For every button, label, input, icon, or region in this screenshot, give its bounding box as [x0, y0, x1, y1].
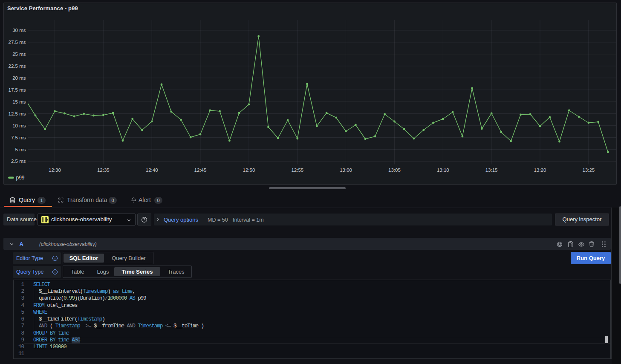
svg-text:25 ms: 25 ms: [12, 52, 26, 57]
svg-text:12:45: 12:45: [194, 168, 207, 173]
svg-text:20 ms: 20 ms: [12, 75, 26, 81]
svg-text:2.5 ms: 2.5 ms: [11, 159, 26, 164]
svg-text:30 ms: 30 ms: [12, 28, 26, 33]
svg-text:5 ms: 5 ms: [15, 147, 26, 152]
svg-text:15 ms: 15 ms: [12, 99, 26, 104]
svg-text:13:05: 13:05: [388, 168, 401, 173]
svg-text:12.5 ms: 12.5 ms: [9, 111, 26, 116]
svg-text:12:50: 12:50: [243, 168, 255, 173]
svg-text:17.5 ms: 17.5 ms: [9, 87, 26, 92]
svg-text:12:55: 12:55: [291, 168, 303, 173]
svg-text:27.5 ms: 27.5 ms: [9, 40, 26, 45]
svg-text:12:40: 12:40: [146, 168, 158, 173]
svg-text:13:10: 13:10: [437, 168, 449, 173]
svg-text:13:25: 13:25: [582, 168, 595, 173]
svg-text:p99: p99: [16, 175, 25, 181]
svg-text:13:15: 13:15: [485, 168, 498, 173]
svg-text:13:20: 13:20: [534, 168, 546, 173]
svg-text:13:00: 13:00: [340, 168, 352, 173]
svg-text:12:35: 12:35: [97, 168, 110, 173]
svg-text:12:30: 12:30: [49, 168, 61, 173]
svg-text:10 ms: 10 ms: [12, 123, 26, 128]
svg-text:7.5 ms: 7.5 ms: [11, 135, 26, 140]
svg-text:22.5 ms: 22.5 ms: [9, 64, 26, 69]
